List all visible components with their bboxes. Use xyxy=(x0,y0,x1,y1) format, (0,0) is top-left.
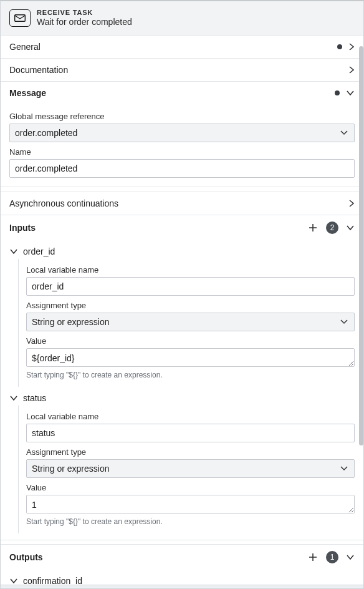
section-message-body: Global message reference order.completed… xyxy=(1,104,363,187)
local-var-input[interactable] xyxy=(26,277,355,296)
section-general-title: General xyxy=(9,42,41,52)
window-footer xyxy=(1,585,363,588)
value-input[interactable] xyxy=(26,495,355,514)
chevron-right-icon xyxy=(348,66,355,74)
message-name-label: Name xyxy=(9,147,355,157)
local-var-input[interactable] xyxy=(26,424,355,442)
chevron-down-icon xyxy=(9,578,18,584)
section-inputs[interactable]: Inputs 2 xyxy=(1,215,363,240)
input-item-header[interactable]: status xyxy=(9,391,355,406)
local-var-label: Local variable name xyxy=(26,265,355,275)
global-message-ref-select[interactable]: order.completed xyxy=(9,124,355,142)
value-label: Value xyxy=(26,336,355,346)
section-inputs-title: Inputs xyxy=(9,223,36,233)
expression-hint: Start typing "${}" to create an expressi… xyxy=(26,517,355,526)
chevron-down-icon xyxy=(9,248,18,255)
panel-title: Wait for order completed xyxy=(37,17,132,27)
input-item-name: status xyxy=(23,393,46,403)
modified-indicator-icon xyxy=(335,90,340,95)
section-outputs[interactable]: Outputs 1 xyxy=(1,545,363,570)
modified-indicator-icon xyxy=(337,44,342,49)
section-general[interactable]: General xyxy=(1,36,363,59)
section-message[interactable]: Message xyxy=(1,82,363,104)
section-message-title: Message xyxy=(9,88,46,98)
global-message-ref-label: Global message reference xyxy=(9,112,355,121)
inputs-count-badge: 2 xyxy=(326,221,338,234)
section-documentation-title: Documentation xyxy=(9,65,68,75)
local-var-label: Local variable name xyxy=(26,412,355,421)
chevron-down-icon xyxy=(9,395,18,401)
input-item-header[interactable]: order_id xyxy=(9,244,355,259)
scrollbar[interactable] xyxy=(359,46,363,445)
section-outputs-title: Outputs xyxy=(9,552,43,562)
assignment-type-select[interactable]: String or expression xyxy=(26,313,355,331)
assignment-type-label: Assignment type xyxy=(26,301,355,310)
assignment-type-select[interactable]: String or expression xyxy=(26,459,355,478)
chevron-down-icon xyxy=(346,90,355,96)
svg-rect-0 xyxy=(15,15,26,22)
section-async[interactable]: Asynchronous continuations xyxy=(1,192,363,215)
section-documentation[interactable]: Documentation xyxy=(1,59,363,82)
chevron-right-icon xyxy=(348,199,355,208)
chevron-right-icon xyxy=(348,42,355,51)
panel-header: RECEIVE TASK Wait for order completed xyxy=(1,1,363,35)
add-input-button[interactable] xyxy=(307,222,318,233)
input-item: status Local variable name Assignment ty… xyxy=(1,387,363,540)
outputs-count-badge: 1 xyxy=(326,551,338,563)
panel-type-label: RECEIVE TASK xyxy=(37,9,132,17)
value-input[interactable] xyxy=(26,348,355,367)
value-label: Value xyxy=(26,483,355,492)
section-async-title: Asynchronous continuations xyxy=(9,198,118,208)
output-item-header[interactable]: confirmation_id xyxy=(9,573,355,585)
input-item: order_id Local variable name Assignment … xyxy=(1,240,363,387)
section-divider xyxy=(1,187,363,192)
chevron-down-icon xyxy=(346,225,355,231)
assignment-type-label: Assignment type xyxy=(26,447,355,457)
output-item: confirmation_id Process variable name As… xyxy=(1,570,363,585)
message-name-input[interactable] xyxy=(9,159,355,178)
add-output-button[interactable] xyxy=(307,552,318,563)
chevron-down-icon xyxy=(346,554,355,560)
output-item-name: confirmation_id xyxy=(23,576,82,585)
input-item-name: order_id xyxy=(23,246,55,256)
receive-task-icon xyxy=(9,9,31,27)
expression-hint: Start typing "${}" to create an expressi… xyxy=(26,371,355,379)
section-divider xyxy=(1,540,363,545)
